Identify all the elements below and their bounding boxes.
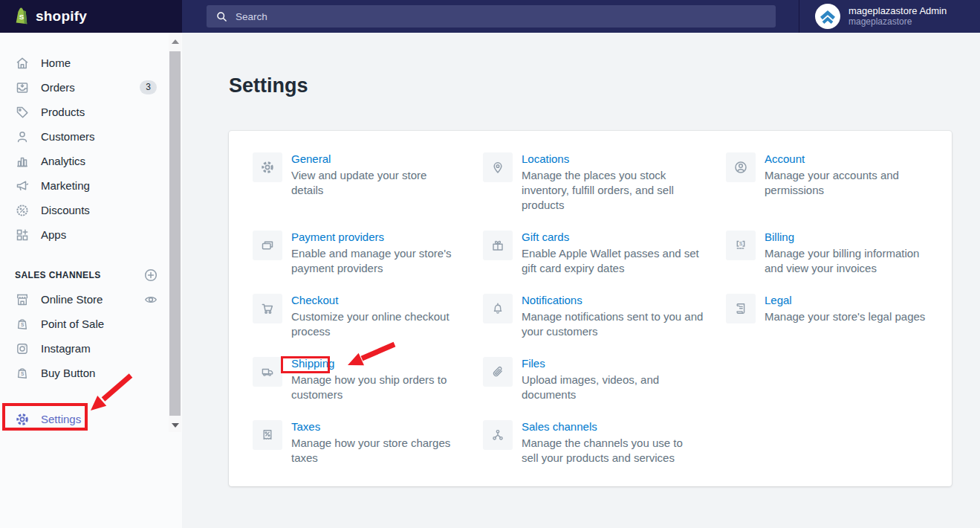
home-icon [15, 56, 30, 71]
gear-icon [15, 412, 30, 427]
account-icon [726, 152, 756, 182]
sidebar-item-label: Orders [41, 81, 75, 94]
setting-description: Upload images, videos, and documents [522, 373, 704, 402]
sidebar-item-instagram[interactable]: Instagram [0, 336, 169, 361]
setting-title[interactable]: Legal [765, 294, 792, 306]
sidebar-item-settings[interactable]: Settings [0, 407, 156, 431]
settings-link-billing[interactable]: $ Billing Manage your billing informatio… [726, 231, 952, 294]
sidebar-item-analytics[interactable]: Analytics [0, 149, 169, 173]
main-content: Settings General View and update your st… [182, 33, 980, 528]
gift-icon [483, 231, 513, 260]
brand-name: shopify [36, 8, 87, 25]
setting-title[interactable]: Account [765, 152, 805, 165]
sidebar-item-label: Instagram [41, 342, 91, 355]
settings-link-payment-providers[interactable]: Payment providers Enable and manage your… [253, 231, 483, 294]
analytics-icon [15, 154, 30, 169]
setting-title[interactable]: Gift cards [522, 231, 569, 243]
svg-text:S: S [21, 371, 25, 376]
setting-description: Manage your store's legal pages [765, 309, 937, 324]
settings-link-sales-channels[interactable]: Sales channels Manage the channels you u… [483, 420, 726, 483]
setting-description: Customize your online checkout process [291, 309, 459, 339]
search-input[interactable]: Search [207, 5, 776, 28]
top-bar: S shopify Search mageplazastore Admin ma… [0, 0, 980, 33]
setting-description: Manage notifications sent to you and you… [522, 309, 704, 339]
settings-link-notifications[interactable]: Notifications Manage notifications sent … [483, 294, 726, 357]
shopify-bag-icon: S [15, 366, 30, 381]
scroll-up-arrow-icon[interactable] [172, 39, 179, 44]
discount-icon [15, 203, 30, 218]
payment-cards-icon [253, 231, 282, 260]
setting-description: Manage the channels you use to sell your… [522, 436, 689, 466]
user-store-name: mageplazastore [848, 17, 947, 28]
location-pin-icon [483, 152, 513, 182]
sidebar-item-apps[interactable]: Apps [0, 222, 169, 247]
user-menu[interactable]: mageplazastore Admin mageplazastore [799, 0, 980, 33]
svg-text:S: S [19, 13, 25, 21]
sidebar-item-label: Analytics [41, 155, 85, 167]
settings-link-shipping[interactable]: Shipping Manage how you ship orders to c… [253, 357, 483, 420]
brand-logo[interactable]: S shopify [0, 0, 182, 33]
settings-link-files[interactable]: Files Upload images, videos, and documen… [483, 357, 726, 420]
paperclip-icon [483, 357, 513, 387]
setting-description: View and update your store details [291, 168, 459, 198]
sidebar-item-label: Marketing [41, 179, 90, 192]
settings-link-locations[interactable]: Locations Manage the places you stock in… [483, 152, 726, 231]
setting-description: Manage how you ship orders to customers [291, 373, 459, 402]
sidebar-item-buy-button[interactable]: S Buy Button [0, 361, 169, 385]
add-sales-channel-button[interactable] [143, 268, 158, 283]
setting-title[interactable]: Taxes [291, 420, 320, 433]
avatar [815, 4, 840, 29]
user-name: mageplazastore Admin [848, 6, 947, 17]
sidebar-item-customers[interactable]: Customers [0, 124, 169, 149]
setting-description: Manage your billing information and view… [765, 246, 937, 276]
setting-description: Enable Apple Wallet passes and set gift … [522, 246, 704, 276]
legal-doc-icon [726, 294, 756, 323]
scrollbar-thumb[interactable] [169, 51, 181, 416]
setting-title[interactable]: Files [522, 357, 545, 370]
settings-link-general[interactable]: General View and update your store detai… [253, 152, 483, 231]
setting-description: Manage the places you stock inventory, f… [522, 168, 704, 213]
gear-icon [253, 152, 282, 182]
sidebar-item-label: Online Store [41, 293, 103, 306]
setting-title[interactable]: Billing [765, 231, 794, 243]
customers-icon [15, 129, 30, 144]
setting-title[interactable]: Shipping [291, 357, 334, 370]
sidebar-item-label: Point of Sale [41, 318, 104, 330]
sidebar-scrollbar[interactable] [169, 33, 181, 432]
setting-title[interactable]: Notifications [522, 294, 583, 306]
view-store-eye-icon[interactable] [143, 292, 158, 307]
sidebar-item-label: Apps [41, 228, 66, 241]
setting-description: Manage your accounts and permissions [765, 168, 937, 198]
sidebar-item-discounts[interactable]: Discounts [0, 198, 169, 222]
sidebar-item-orders[interactable]: Orders 3 [0, 75, 169, 100]
sidebar-item-label: Products [41, 106, 85, 118]
shopify-bag-icon: S [15, 317, 30, 332]
sidebar-item-marketing[interactable]: Marketing [0, 173, 169, 198]
setting-title[interactable]: Sales channels [522, 420, 597, 433]
billing-receipt-icon: $ [726, 231, 756, 260]
megaphone-icon [15, 178, 30, 193]
search-icon [215, 10, 228, 23]
settings-link-account[interactable]: Account Manage your accounts and permiss… [726, 152, 952, 231]
setting-title[interactable]: Payment providers [291, 231, 384, 243]
setting-title[interactable]: General [291, 152, 331, 165]
tag-icon [15, 105, 30, 120]
setting-title[interactable]: Checkout [291, 294, 338, 306]
sidebar-item-products[interactable]: Products [0, 100, 169, 124]
apps-icon [15, 228, 30, 242]
bell-icon [483, 294, 513, 323]
sidebar-item-home[interactable]: Home [0, 51, 169, 75]
sidebar-item-point-of-sale[interactable]: S Point of Sale [0, 312, 169, 336]
truck-icon [253, 357, 282, 387]
setting-title[interactable]: Locations [522, 152, 569, 165]
settings-link-legal[interactable]: Legal Manage your store's legal pages [726, 294, 952, 357]
settings-link-checkout[interactable]: Checkout Customize your online checkout … [253, 294, 483, 357]
shopify-bag-logo-icon: S [13, 7, 30, 26]
setting-description: Enable and manage your store's payment p… [291, 246, 459, 276]
sidebar-item-online-store[interactable]: Online Store [0, 287, 169, 312]
sidebar-item-label: Home [41, 57, 71, 69]
settings-link-gift-cards[interactable]: Gift cards Enable Apple Wallet passes an… [483, 231, 726, 294]
scroll-down-arrow-icon[interactable] [172, 423, 179, 428]
sales-channels-header: SALES CHANNELS [0, 263, 169, 287]
settings-link-taxes[interactable]: Taxes Manage how your store charges taxe… [253, 420, 483, 483]
